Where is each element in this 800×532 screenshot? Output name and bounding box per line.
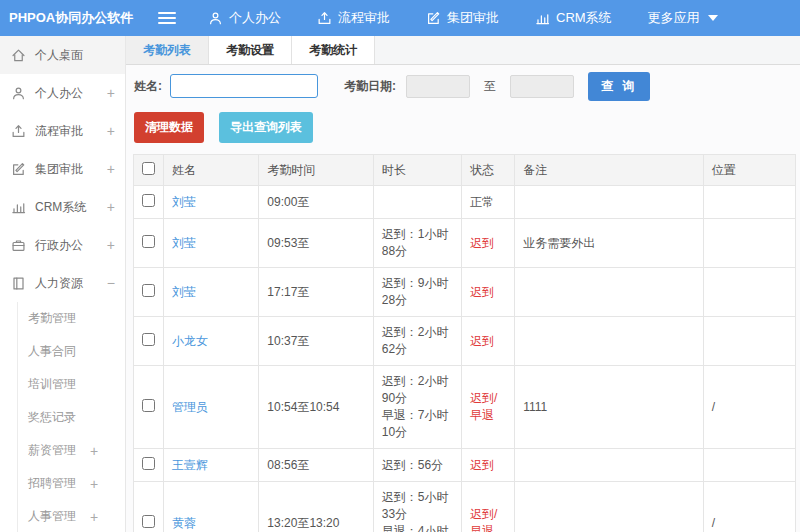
expand-icon[interactable]: + [107, 237, 115, 253]
app-title: PHPOA协同办公软件 [0, 9, 158, 27]
row-checkbox[interactable] [142, 515, 155, 528]
tab-2[interactable]: 考勤设置 [209, 36, 292, 64]
row-select-cell [134, 317, 164, 366]
duration-line: 迟到：9小时28分 [382, 275, 453, 309]
row-select-cell [134, 186, 164, 219]
status-cell: 迟到 [461, 219, 514, 268]
expand-icon[interactable]: + [90, 476, 98, 492]
share-icon [317, 11, 332, 26]
sidebar-item-label: 集团审批 [35, 161, 83, 178]
topnav-item-5[interactable]: 更多应用 [648, 9, 718, 27]
table-row: 刘莹17:17至迟到：9小时28分迟到 [134, 268, 796, 317]
sidebar-subitem-8[interactable]: 人事合同 [18, 335, 125, 368]
sidebar-item-label: 流程审批 [35, 123, 83, 140]
expand-icon[interactable]: + [90, 509, 98, 525]
sidebar-subitem-label: 薪资管理 [28, 442, 76, 459]
table-row: 王壹辉08:56至迟到：56分迟到 [134, 449, 796, 482]
sidebar-subitem-13[interactable]: 人事管理+ [18, 500, 125, 532]
employee-name-link[interactable]: 刘莹 [172, 195, 196, 209]
expand-icon[interactable]: + [107, 123, 115, 139]
date-from-input[interactable] [406, 75, 470, 98]
time-cell: 08:56至 [259, 449, 373, 482]
topnav-item-2[interactable]: 流程审批 [317, 9, 390, 27]
sidebar-subitem-7[interactable]: 考勤管理 [18, 302, 125, 335]
share-icon [10, 124, 26, 139]
name-input[interactable] [170, 74, 318, 98]
attendance-table-wrap: 姓名考勤时间时长状态备注位置 刘莹09:00至正常刘莹09:53至迟到：1小时8… [126, 154, 800, 532]
sidebar-item-label: 行政办公 [35, 237, 83, 254]
export-list-button[interactable]: 导出查询列表 [219, 112, 313, 143]
sidebar-subitem-label: 奖惩记录 [28, 409, 76, 426]
topnav-item-label: 更多应用 [648, 9, 700, 27]
topnav-item-3[interactable]: 集团审批 [426, 9, 499, 27]
to-label: 至 [484, 78, 496, 95]
menu-icon[interactable] [158, 12, 176, 24]
employee-name-link[interactable]: 王壹辉 [172, 458, 208, 472]
table-header-row: 姓名考勤时间时长状态备注位置 [134, 155, 796, 186]
topnav-item-label: CRM系统 [556, 9, 612, 27]
user-icon [10, 86, 26, 101]
sidebar-item-3[interactable]: 集团审批+ [0, 150, 125, 188]
row-checkbox[interactable] [142, 284, 155, 297]
duration-cell: 迟到：9小时28分 [373, 268, 461, 317]
table-row: 刘莹09:53至迟到：1小时88分迟到业务需要外出 [134, 219, 796, 268]
status-badge: 迟到 [470, 458, 494, 472]
status-badge: 正常 [470, 195, 494, 209]
sidebar-subgroup: 考勤管理人事合同培训管理奖惩记录薪资管理+招聘管理+人事管理+基础类别设置+ [17, 302, 125, 532]
sidebar-item-label: 人力资源 [35, 275, 83, 292]
sidebar-subitem-9[interactable]: 培训管理 [18, 368, 125, 401]
location-cell [703, 268, 795, 317]
expand-icon[interactable]: + [90, 443, 98, 459]
topnav-item-4[interactable]: CRM系统 [535, 9, 612, 27]
status-cell: 正常 [461, 186, 514, 219]
expand-icon[interactable]: + [107, 199, 115, 215]
duration-cell: 迟到：5小时33分早退：4小时67分 [373, 482, 461, 532]
book-icon [10, 276, 26, 291]
expand-icon[interactable]: − [107, 275, 115, 291]
row-checkbox[interactable] [142, 399, 155, 412]
status-badge: 迟到 [470, 334, 494, 348]
sidebar-subitem-label: 招聘管理 [28, 475, 76, 492]
employee-name-link[interactable]: 管理员 [172, 400, 208, 414]
tab-3[interactable]: 考勤统计 [292, 36, 375, 64]
sidebar-item-5[interactable]: 行政办公+ [0, 226, 125, 264]
select-all-checkbox[interactable] [142, 162, 155, 175]
sidebar-subitem-12[interactable]: 招聘管理+ [18, 467, 125, 500]
row-checkbox[interactable] [142, 235, 155, 248]
duration-line: 迟到：5小时33分 [382, 489, 453, 523]
employee-name-link[interactable]: 小龙女 [172, 334, 208, 348]
table-row: 管理员10:54至10:54迟到：2小时90分早退：7小时10分迟到/早退111… [134, 366, 796, 449]
employee-name-link[interactable]: 刘莹 [172, 285, 196, 299]
row-checkbox[interactable] [142, 194, 155, 207]
sidebar-subitem-10[interactable]: 奖惩记录 [18, 401, 125, 434]
duration-line: 迟到：56分 [382, 457, 453, 474]
sidebar-item-1[interactable]: 个人办公+ [0, 74, 125, 112]
expand-icon[interactable]: + [107, 161, 115, 177]
remark-cell: 1111 [515, 366, 704, 449]
clean-data-button[interactable]: 清理数据 [134, 112, 204, 143]
topnav-item-label: 流程审批 [338, 9, 390, 27]
main-content: 考勤列表考勤设置考勤统计 姓名: 考勤日期: 至 查 询 清理数据 导出查询列表… [126, 36, 800, 532]
row-checkbox[interactable] [142, 333, 155, 346]
chart-icon [535, 11, 550, 26]
sidebar-item-6[interactable]: 人力资源− [0, 264, 125, 302]
sidebar-item-0[interactable]: 个人桌面 [0, 36, 125, 74]
action-bar: 清理数据 导出查询列表 [126, 107, 800, 154]
row-checkbox[interactable] [142, 457, 155, 470]
sidebar-item-2[interactable]: 流程审批+ [0, 112, 125, 150]
location-cell [703, 219, 795, 268]
sidebar-subitem-11[interactable]: 薪资管理+ [18, 434, 125, 467]
employee-name-link[interactable]: 黄蓉 [172, 516, 196, 530]
topnav-item-1[interactable]: 个人办公 [208, 9, 281, 27]
expand-icon[interactable]: + [107, 85, 115, 101]
tab-bar: 考勤列表考勤设置考勤统计 [126, 36, 800, 65]
name-label: 姓名: [134, 78, 162, 95]
sidebar-item-4[interactable]: CRM系统+ [0, 188, 125, 226]
date-to-input[interactable] [510, 75, 574, 98]
app-header: PHPOA协同办公软件 个人办公流程审批集团审批CRM系统更多应用 [0, 0, 800, 36]
employee-name-link[interactable]: 刘莹 [172, 236, 196, 250]
search-button[interactable]: 查 询 [588, 72, 650, 101]
sidebar-subitem-label: 考勤管理 [28, 310, 76, 327]
status-cell: 迟到 [461, 268, 514, 317]
tab-1[interactable]: 考勤列表 [126, 36, 209, 64]
